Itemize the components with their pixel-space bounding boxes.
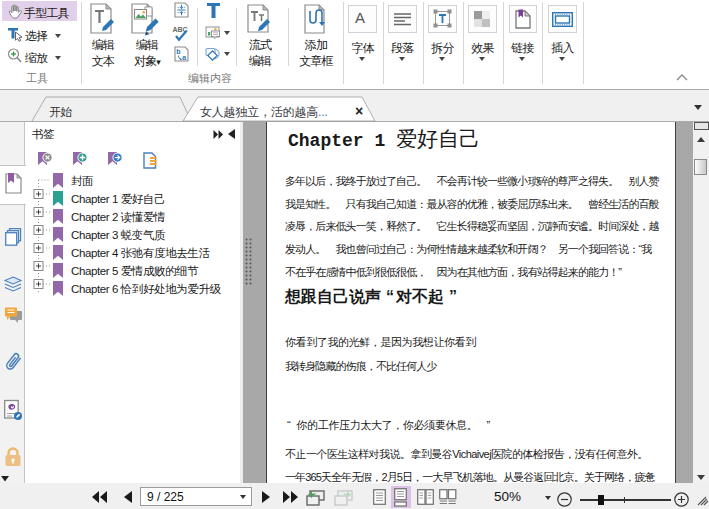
svg-text:b: b — [176, 48, 180, 55]
svg-text:a: a — [182, 54, 186, 61]
